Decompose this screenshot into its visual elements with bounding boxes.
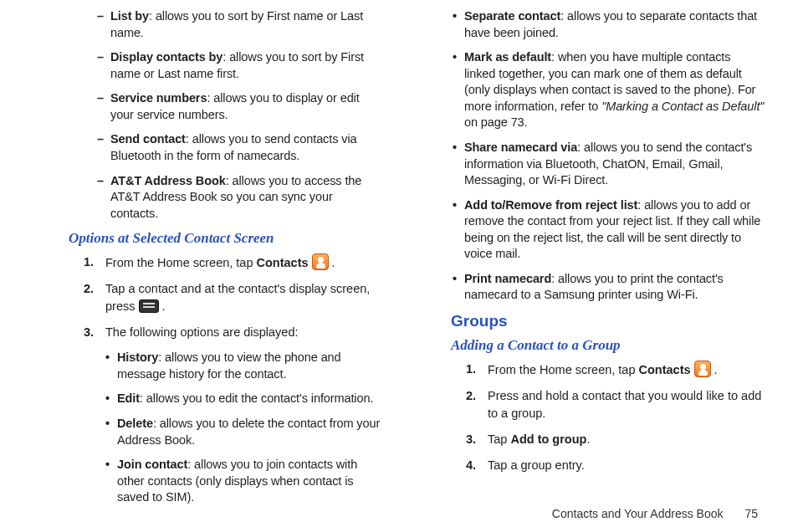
right-column: Separate contact: allows you to separate… (416, 8, 765, 514)
item-lead: Mark as default (464, 50, 551, 64)
section-heading-groups: Groups (451, 312, 765, 330)
list-item: Edit: allows you to edit the contact's i… (105, 391, 382, 407)
left-column: List by: allows you to sort by First nam… (33, 8, 382, 514)
item-lead: Share namecard via (464, 141, 577, 154)
step-text: The following options are displayed: (105, 325, 299, 339)
numbered-steps-left: From the Home screen, tap Contacts . Tap… (33, 253, 382, 341)
numbered-steps-right: From the Home screen, tap Contacts . Pre… (416, 361, 765, 474)
step-item: Tap a group entry. (466, 457, 765, 474)
item-lead: Join contact (117, 458, 187, 471)
item-rest: : allows you to edit the contact's infor… (140, 391, 373, 405)
step-text: . (329, 256, 335, 269)
step-text: From the Home screen, tap (105, 256, 257, 269)
step-text (309, 256, 312, 269)
page-content: List by: allows you to sort by First nam… (0, 0, 798, 514)
step-text: Tap a group entry. (488, 458, 585, 472)
list-item: Mark as default: when you have multiple … (453, 49, 765, 131)
cross-reference: "Marking a Contact as Default" (601, 100, 764, 113)
list-item: AT&T Address Book: allows you to access … (100, 173, 382, 223)
step-text-bold: Contacts (639, 363, 691, 376)
step-item: From the Home screen, tap Contacts . (84, 253, 382, 272)
menu-button-icon (139, 299, 159, 313)
step-text: Tap (488, 432, 510, 446)
page-number: 75 (744, 507, 758, 520)
list-item: Add to/Remove from reject list: allows y… (453, 197, 765, 263)
step-text (691, 363, 694, 376)
contacts-app-icon (312, 253, 329, 270)
item-lead: Add to/Remove from reject list (464, 198, 637, 212)
item-lead: List by (110, 9, 149, 23)
list-item: Join contact: allows you to join contact… (105, 457, 382, 506)
dash-option-list: List by: allows you to sort by First nam… (33, 8, 382, 222)
footer-title: Contacts and Your Address Book (552, 507, 724, 520)
step-item: Press and hold a contact that you would … (466, 387, 765, 422)
list-item: Service numbers: allows you to display o… (100, 90, 382, 123)
item-lead: Send contact (110, 132, 186, 146)
item-lead: History (117, 350, 158, 364)
item-tail: on page 73. (464, 115, 528, 129)
list-item: Delete: allows you to delete the contact… (105, 416, 382, 448)
step-item: From the Home screen, tap Contacts . (466, 361, 765, 379)
item-lead: AT&T Address Book (110, 174, 226, 187)
step-item: The following options are displayed: (84, 324, 382, 341)
step-text: . (711, 363, 718, 376)
item-lead: Print namecard (464, 272, 551, 285)
heading-options-selected: Options at Selected Contact Screen (69, 230, 382, 247)
list-item: List by: allows you to sort by First nam… (100, 8, 382, 41)
step-text: From the Home screen, tap (488, 363, 639, 376)
item-lead: Service numbers (110, 91, 207, 105)
step-text: . (586, 432, 590, 446)
list-item: Display contacts by: allows you to sort … (100, 49, 382, 82)
bullet-options-left: History: allows you to view the phone an… (33, 350, 382, 506)
step-item: Tap a contact and at the contact's displ… (84, 280, 382, 315)
item-lead: Separate contact (464, 9, 560, 23)
heading-adding-contact: Adding a Contact to a Group (451, 337, 765, 354)
list-item: Send contact: allows you to send contact… (100, 131, 382, 164)
step-text-bold: Add to group (510, 432, 586, 446)
contacts-app-icon (694, 361, 711, 377)
step-text: . (159, 299, 166, 313)
list-item: History: allows you to view the phone an… (105, 350, 382, 382)
step-item: Tap Add to group. (466, 431, 765, 448)
item-lead: Edit (117, 391, 140, 405)
list-item: Share namecard via: allows you to send t… (453, 140, 765, 189)
bullet-options-right: Separate contact: allows you to separate… (416, 8, 765, 304)
step-text: Press and hold a contact that you would … (488, 389, 761, 420)
list-item: Separate contact: allows you to separate… (453, 8, 765, 41)
item-rest: : allows you to delete the contact from … (117, 417, 380, 447)
item-lead: Delete (117, 417, 153, 430)
item-rest: : allows you to sort by First name or La… (110, 9, 363, 39)
item-lead: Display contacts by (110, 50, 223, 64)
step-text-bold: Contacts (257, 256, 309, 269)
list-item: Print namecard: allows you to print the … (453, 271, 765, 304)
page-footer: Contacts and Your Address Book 75 (552, 507, 758, 520)
